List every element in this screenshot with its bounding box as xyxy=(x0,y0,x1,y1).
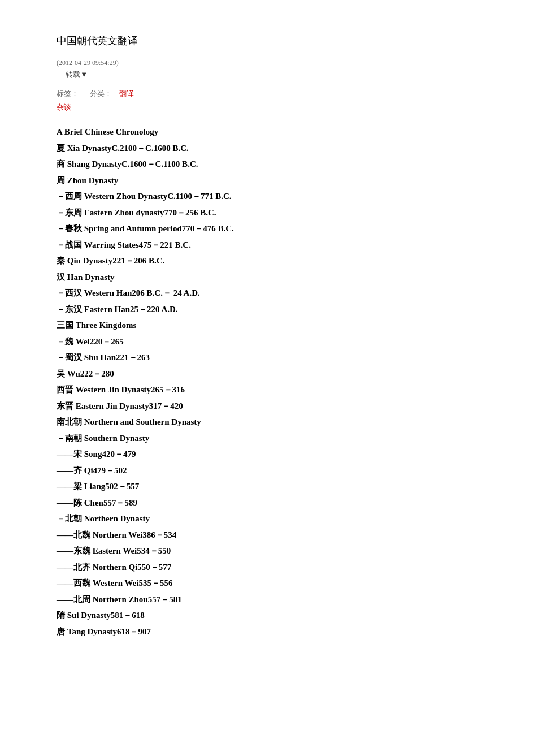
content-line: 隋 Sui Dynasty581－618 xyxy=(57,607,489,624)
content-line: 南北朝 Northern and Southern Dynasty xyxy=(57,414,489,430)
content-line: 秦 Qin Dynasty221－206 B.C. xyxy=(57,253,489,269)
content-line: －北朝 Northern Dynasty xyxy=(57,511,489,527)
misc-link[interactable]: 杂谈 xyxy=(57,102,489,113)
content-line: －西汉 Western Han206 B.C.－ 24 A.D. xyxy=(57,285,489,301)
content-line: 夏 Xia DynastyC.2100－C.1600 B.C. xyxy=(57,140,489,157)
category-prefix-label: 分类： xyxy=(90,89,112,98)
repost-button[interactable]: 转载▼ xyxy=(66,70,88,79)
page-title: 中国朝代英文翻译 xyxy=(57,34,489,47)
content-line: 西晋 Western Jin Dynasty265－316 xyxy=(57,382,489,398)
category-link[interactable]: 翻译 xyxy=(119,89,134,98)
content-line: －南朝 Southern Dynasty xyxy=(57,430,489,447)
content-line: ――北魏 Northern Wei386－534 xyxy=(57,527,489,543)
content-line: －魏 Wei220－265 xyxy=(57,334,489,350)
tags-prefix-label: 标签： xyxy=(57,89,79,98)
content-line: －战国 Warring States475－221 B.C. xyxy=(57,237,489,253)
content-line: ――陈 Chen557－589 xyxy=(57,495,489,511)
content-line: ――梁 Liang502－557 xyxy=(57,478,489,495)
content-line: 汉 Han Dynasty xyxy=(57,269,489,286)
content-line: ――宋 Song420－479 xyxy=(57,446,489,463)
content-line: 周 Zhou Dynasty xyxy=(57,172,489,189)
content-line: 吴 Wu222－280 xyxy=(57,366,489,382)
content-line: ――北齐 Northern Qi550－577 xyxy=(57,559,489,576)
repost-row: 转载▼ xyxy=(57,70,489,80)
page-container: 中国朝代英文翻译 (2012-04-29 09:54:29) 转载▼ 标签： 分… xyxy=(0,0,534,673)
content-line: ――齐 Qi479－502 xyxy=(57,463,489,479)
content-line: －蜀汉 Shu Han221－263 xyxy=(57,349,489,366)
content-line: －西周 Western Zhou DynastyC.1100－771 B.C. xyxy=(57,188,489,205)
content-line: －东周 Eastern Zhou dynasty770－256 B.C. xyxy=(57,205,489,221)
content-line: －春秋 Spring and Autumn period770－476 B.C. xyxy=(57,221,489,237)
content-line: －东汉 Eastern Han25－220 A.D. xyxy=(57,301,489,318)
content-line: ――北周 Northern Zhou557－581 xyxy=(57,591,489,608)
content-line: 唐 Tang Dynasty618－907 xyxy=(57,624,489,640)
content-line: A Brief Chinese Chronology xyxy=(57,124,489,140)
content-line: ――西魏 Western Wei535－556 xyxy=(57,575,489,591)
content-block: A Brief Chinese Chronology夏 Xia DynastyC… xyxy=(57,124,489,640)
content-line: ――东魏 Eastern Wei534－550 xyxy=(57,543,489,559)
content-line: 东晋 Eastern Jin Dynasty317－420 xyxy=(57,398,489,414)
tags-row: 标签： 分类： 翻译 xyxy=(57,89,489,99)
content-line: 三国 Three Kingdoms xyxy=(57,317,489,334)
meta-date: (2012-04-29 09:54:29) xyxy=(57,59,489,67)
content-line: 商 Shang DynastyC.1600－C.1100 B.C. xyxy=(57,156,489,172)
